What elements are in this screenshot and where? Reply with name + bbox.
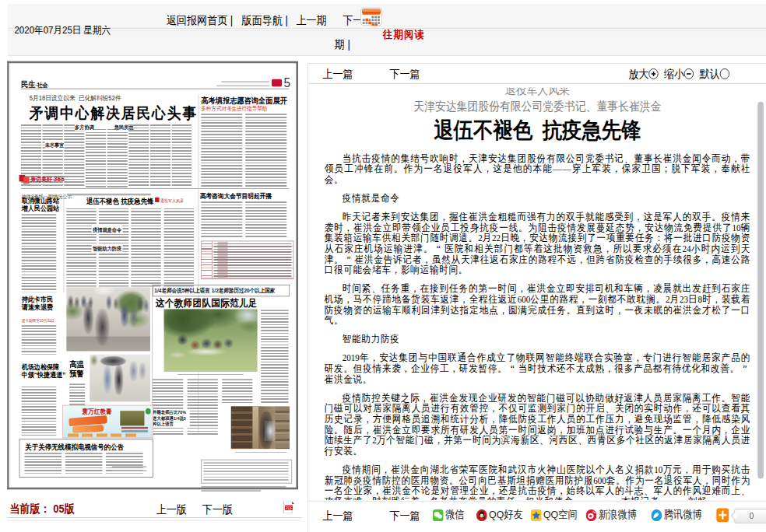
svg-text:PDF: PDF bbox=[286, 506, 293, 510]
